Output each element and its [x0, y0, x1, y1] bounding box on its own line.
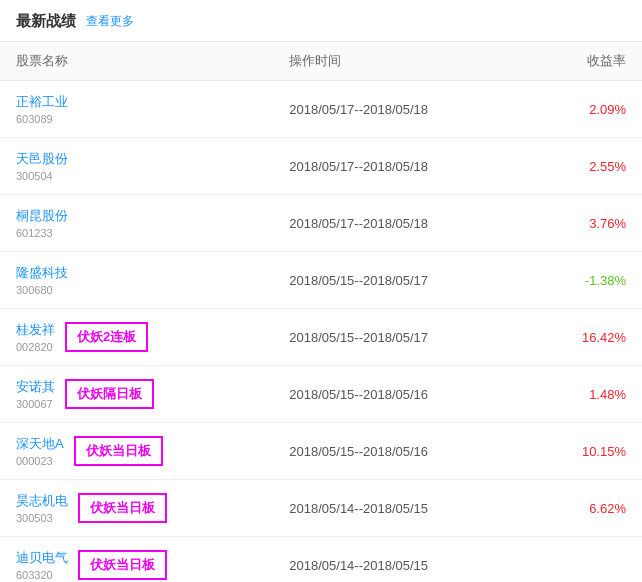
- stock-code: 300067: [16, 398, 55, 410]
- stock-code: 002820: [16, 341, 55, 353]
- col-header-name: 股票名称: [0, 42, 273, 81]
- section-header: 最新战绩 查看更多: [0, 12, 642, 41]
- results-table: 股票名称 操作时间 收益率 正裕工业6030892018/05/17--2018…: [0, 41, 642, 582]
- stock-cell: 桂发祥002820伏妖2连板: [0, 309, 273, 366]
- table-row: 昊志机电300503伏妖当日板2018/05/14--2018/05/156.6…: [0, 480, 642, 537]
- stock-cell: 正裕工业603089: [0, 81, 273, 138]
- profit-cell: -1.38%: [528, 252, 642, 309]
- stock-name[interactable]: 天邑股份: [16, 150, 257, 168]
- stock-code: 300680: [16, 284, 257, 296]
- profit-cell: 6.62%: [528, 480, 642, 537]
- stock-cell: 迪贝电气603320伏妖当日板: [0, 537, 273, 583]
- strategy-tag: 伏妖当日板: [78, 493, 167, 523]
- stock-name[interactable]: 迪贝电气: [16, 549, 68, 567]
- date-range-cell: 2018/05/15--2018/05/17: [273, 252, 528, 309]
- date-range-cell: 2018/05/15--2018/05/16: [273, 423, 528, 480]
- stock-cell: 隆盛科技300680: [0, 252, 273, 309]
- date-range-cell: 2018/05/17--2018/05/18: [273, 81, 528, 138]
- profit-cell: 10.15%: [528, 423, 642, 480]
- stock-name[interactable]: 桂发祥: [16, 321, 55, 339]
- stock-code: 300503: [16, 512, 68, 524]
- strategy-tag: 伏妖隔日板: [65, 379, 154, 409]
- stock-name[interactable]: 深天地A: [16, 435, 64, 453]
- date-range-cell: 2018/05/14--2018/05/15: [273, 537, 528, 583]
- table-row: 隆盛科技3006802018/05/15--2018/05/17-1.38%: [0, 252, 642, 309]
- profit-cell: 1.48%: [528, 366, 642, 423]
- stock-code: 603320: [16, 569, 68, 581]
- table-row: 深天地A000023伏妖当日板2018/05/15--2018/05/1610.…: [0, 423, 642, 480]
- stock-name[interactable]: 安诺其: [16, 378, 55, 396]
- profit-cell: 2.09%: [528, 81, 642, 138]
- stock-name[interactable]: 昊志机电: [16, 492, 68, 510]
- col-header-time: 操作时间: [273, 42, 528, 81]
- stock-code: 601233: [16, 227, 257, 239]
- stock-code: 603089: [16, 113, 257, 125]
- view-more-link[interactable]: 查看更多: [86, 13, 134, 30]
- stock-name[interactable]: 正裕工业: [16, 93, 257, 111]
- profit-cell: 2.55%: [528, 138, 642, 195]
- date-range-cell: 2018/05/15--2018/05/17: [273, 309, 528, 366]
- strategy-tag: 伏妖当日板: [74, 436, 163, 466]
- col-header-profit: 收益率: [528, 42, 642, 81]
- date-range-cell: 2018/05/17--2018/05/18: [273, 138, 528, 195]
- main-container: 最新战绩 查看更多 股票名称 操作时间 收益率 正裕工业6030892018/0…: [0, 0, 642, 582]
- table-row: 迪贝电气603320伏妖当日板2018/05/14--2018/05/15: [0, 537, 642, 583]
- stock-code: 000023: [16, 455, 64, 467]
- profit-cell: [528, 537, 642, 583]
- profit-cell: 16.42%: [528, 309, 642, 366]
- table-row: 桐昆股份6012332018/05/17--2018/05/183.76%: [0, 195, 642, 252]
- date-range-cell: 2018/05/14--2018/05/15: [273, 480, 528, 537]
- table-row: 天邑股份3005042018/05/17--2018/05/182.55%: [0, 138, 642, 195]
- strategy-tag: 伏妖当日板: [78, 550, 167, 580]
- stock-cell: 桐昆股份601233: [0, 195, 273, 252]
- table-row: 正裕工业6030892018/05/17--2018/05/182.09%: [0, 81, 642, 138]
- stock-cell: 深天地A000023伏妖当日板: [0, 423, 273, 480]
- section-title: 最新战绩: [16, 12, 76, 31]
- stock-cell: 昊志机电300503伏妖当日板: [0, 480, 273, 537]
- date-range-cell: 2018/05/15--2018/05/16: [273, 366, 528, 423]
- table-body: 正裕工业6030892018/05/17--2018/05/182.09%天邑股…: [0, 81, 642, 583]
- stock-cell: 安诺其300067伏妖隔日板: [0, 366, 273, 423]
- table-row: 桂发祥002820伏妖2连板2018/05/15--2018/05/1716.4…: [0, 309, 642, 366]
- stock-name[interactable]: 桐昆股份: [16, 207, 257, 225]
- date-range-cell: 2018/05/17--2018/05/18: [273, 195, 528, 252]
- profit-cell: 3.76%: [528, 195, 642, 252]
- strategy-tag: 伏妖2连板: [65, 322, 148, 352]
- stock-code: 300504: [16, 170, 257, 182]
- table-header: 股票名称 操作时间 收益率: [0, 42, 642, 81]
- table-row: 安诺其300067伏妖隔日板2018/05/15--2018/05/161.48…: [0, 366, 642, 423]
- stock-name[interactable]: 隆盛科技: [16, 264, 257, 282]
- stock-cell: 天邑股份300504: [0, 138, 273, 195]
